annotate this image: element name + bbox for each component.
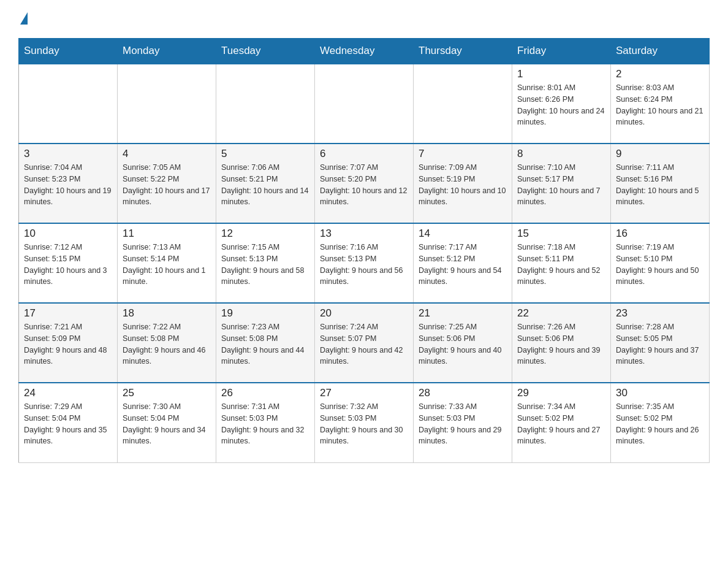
calendar-cell: 23Sunrise: 7:28 AMSunset: 5:05 PMDayligh… [611, 303, 710, 383]
calendar-cell: 1Sunrise: 8:01 AMSunset: 6:26 PMDaylight… [512, 64, 611, 144]
weekday-header-saturday: Saturday [611, 39, 710, 64]
day-number: 12 [221, 228, 309, 240]
day-number: 23 [616, 307, 704, 320]
day-info: Sunrise: 7:15 AMSunset: 5:13 PMDaylight:… [221, 242, 309, 288]
week-row-5: 24Sunrise: 7:29 AMSunset: 5:04 PMDayligh… [19, 383, 710, 462]
day-number: 30 [616, 387, 704, 399]
day-number: 19 [221, 307, 309, 320]
day-info: Sunrise: 7:04 AMSunset: 5:23 PMDaylight:… [24, 162, 112, 208]
week-row-2: 3Sunrise: 7:04 AMSunset: 5:23 PMDaylight… [19, 144, 710, 223]
day-number: 2 [616, 68, 704, 80]
day-info: Sunrise: 7:18 AMSunset: 5:11 PMDaylight:… [517, 242, 605, 288]
calendar-cell: 16Sunrise: 7:19 AMSunset: 5:10 PMDayligh… [611, 223, 710, 303]
calendar-cell: 2Sunrise: 8:03 AMSunset: 6:24 PMDaylight… [611, 64, 710, 144]
day-number: 7 [419, 148, 507, 160]
calendar-cell [216, 64, 315, 144]
calendar-table: SundayMondayTuesdayWednesdayThursdayFrid… [18, 38, 710, 463]
calendar-cell: 28Sunrise: 7:33 AMSunset: 5:03 PMDayligh… [414, 383, 512, 462]
day-info: Sunrise: 7:23 AMSunset: 5:08 PMDaylight:… [221, 321, 309, 367]
day-info: Sunrise: 7:32 AMSunset: 5:03 PMDaylight:… [320, 401, 408, 447]
calendar-cell: 11Sunrise: 7:13 AMSunset: 5:14 PMDayligh… [118, 223, 216, 303]
day-info: Sunrise: 7:25 AMSunset: 5:06 PMDaylight:… [419, 321, 507, 367]
weekday-header-thursday: Thursday [414, 39, 512, 64]
day-info: Sunrise: 7:21 AMSunset: 5:09 PMDaylight:… [24, 321, 112, 367]
logo-triangle-icon [20, 12, 28, 25]
day-info: Sunrise: 7:26 AMSunset: 5:06 PMDaylight:… [517, 321, 605, 367]
calendar-cell: 10Sunrise: 7:12 AMSunset: 5:15 PMDayligh… [19, 223, 118, 303]
weekday-header-friday: Friday [512, 39, 611, 64]
day-number: 28 [419, 387, 507, 399]
week-row-1: 1Sunrise: 8:01 AMSunset: 6:26 PMDaylight… [19, 64, 710, 144]
weekday-header-monday: Monday [118, 39, 216, 64]
calendar-cell: 15Sunrise: 7:18 AMSunset: 5:11 PMDayligh… [512, 223, 611, 303]
day-info: Sunrise: 7:34 AMSunset: 5:02 PMDaylight:… [517, 401, 605, 447]
day-info: Sunrise: 7:07 AMSunset: 5:20 PMDaylight:… [320, 162, 408, 208]
day-number: 8 [517, 148, 605, 160]
calendar-cell: 29Sunrise: 7:34 AMSunset: 5:02 PMDayligh… [512, 383, 611, 462]
day-number: 14 [419, 228, 507, 240]
day-info: Sunrise: 7:10 AMSunset: 5:17 PMDaylight:… [517, 162, 605, 208]
calendar-cell: 3Sunrise: 7:04 AMSunset: 5:23 PMDaylight… [19, 144, 118, 223]
week-row-3: 10Sunrise: 7:12 AMSunset: 5:15 PMDayligh… [19, 223, 710, 303]
day-number: 21 [419, 307, 507, 320]
calendar-cell: 18Sunrise: 7:22 AMSunset: 5:08 PMDayligh… [118, 303, 216, 383]
day-number: 22 [517, 307, 605, 320]
calendar-cell: 14Sunrise: 7:17 AMSunset: 5:12 PMDayligh… [414, 223, 512, 303]
calendar-cell: 19Sunrise: 7:23 AMSunset: 5:08 PMDayligh… [216, 303, 315, 383]
calendar-cell: 12Sunrise: 7:15 AMSunset: 5:13 PMDayligh… [216, 223, 315, 303]
day-number: 6 [320, 148, 408, 160]
day-info: Sunrise: 7:17 AMSunset: 5:12 PMDaylight:… [419, 242, 507, 288]
calendar-cell: 4Sunrise: 7:05 AMSunset: 5:22 PMDaylight… [118, 144, 216, 223]
day-number: 18 [123, 307, 211, 320]
day-number: 29 [517, 387, 605, 399]
calendar-cell [19, 64, 118, 144]
day-info: Sunrise: 7:11 AMSunset: 5:16 PMDaylight:… [616, 162, 704, 208]
weekday-header-tuesday: Tuesday [216, 39, 315, 64]
weekday-header-row: SundayMondayTuesdayWednesdayThursdayFrid… [19, 39, 710, 64]
day-info: Sunrise: 8:01 AMSunset: 6:26 PMDaylight:… [517, 82, 605, 128]
week-row-4: 17Sunrise: 7:21 AMSunset: 5:09 PMDayligh… [19, 303, 710, 383]
day-number: 27 [320, 387, 408, 399]
day-number: 15 [517, 228, 605, 240]
day-info: Sunrise: 7:24 AMSunset: 5:07 PMDaylight:… [320, 321, 408, 367]
day-number: 10 [24, 228, 112, 240]
day-number: 9 [616, 148, 704, 160]
day-number: 5 [221, 148, 309, 160]
day-number: 26 [221, 387, 309, 399]
calendar-cell: 9Sunrise: 7:11 AMSunset: 5:16 PMDaylight… [611, 144, 710, 223]
day-info: Sunrise: 7:33 AMSunset: 5:03 PMDaylight:… [419, 401, 507, 447]
calendar-cell: 17Sunrise: 7:21 AMSunset: 5:09 PMDayligh… [19, 303, 118, 383]
weekday-header-wednesday: Wednesday [315, 39, 414, 64]
day-number: 13 [320, 228, 408, 240]
day-info: Sunrise: 7:30 AMSunset: 5:04 PMDaylight:… [123, 401, 211, 447]
calendar-cell: 24Sunrise: 7:29 AMSunset: 5:04 PMDayligh… [19, 383, 118, 462]
calendar-cell: 20Sunrise: 7:24 AMSunset: 5:07 PMDayligh… [315, 303, 414, 383]
day-number: 24 [24, 387, 112, 399]
day-info: Sunrise: 7:13 AMSunset: 5:14 PMDaylight:… [123, 242, 211, 288]
calendar-cell: 22Sunrise: 7:26 AMSunset: 5:06 PMDayligh… [512, 303, 611, 383]
calendar-cell: 13Sunrise: 7:16 AMSunset: 5:13 PMDayligh… [315, 223, 414, 303]
day-number: 1 [517, 68, 605, 80]
calendar-cell [414, 64, 512, 144]
day-number: 4 [123, 148, 211, 160]
weekday-header-sunday: Sunday [19, 39, 118, 64]
day-info: Sunrise: 7:22 AMSunset: 5:08 PMDaylight:… [123, 321, 211, 367]
day-info: Sunrise: 7:16 AMSunset: 5:13 PMDaylight:… [320, 242, 408, 288]
day-info: Sunrise: 7:35 AMSunset: 5:02 PMDaylight:… [616, 401, 704, 447]
day-info: Sunrise: 7:29 AMSunset: 5:04 PMDaylight:… [24, 401, 112, 447]
calendar-cell: 30Sunrise: 7:35 AMSunset: 5:02 PMDayligh… [611, 383, 710, 462]
day-info: Sunrise: 7:09 AMSunset: 5:19 PMDaylight:… [419, 162, 507, 208]
day-info: Sunrise: 7:19 AMSunset: 5:10 PMDaylight:… [616, 242, 704, 288]
calendar-cell: 21Sunrise: 7:25 AMSunset: 5:06 PMDayligh… [414, 303, 512, 383]
day-info: Sunrise: 8:03 AMSunset: 6:24 PMDaylight:… [616, 82, 704, 128]
day-info: Sunrise: 7:31 AMSunset: 5:03 PMDaylight:… [221, 401, 309, 447]
day-number: 16 [616, 228, 704, 240]
day-info: Sunrise: 7:28 AMSunset: 5:05 PMDaylight:… [616, 321, 704, 367]
calendar-cell: 7Sunrise: 7:09 AMSunset: 5:19 PMDaylight… [414, 144, 512, 223]
day-number: 20 [320, 307, 408, 320]
calendar-cell: 6Sunrise: 7:07 AMSunset: 5:20 PMDaylight… [315, 144, 414, 223]
calendar-cell: 26Sunrise: 7:31 AMSunset: 5:03 PMDayligh… [216, 383, 315, 462]
day-info: Sunrise: 7:05 AMSunset: 5:22 PMDaylight:… [123, 162, 211, 208]
day-number: 3 [24, 148, 112, 160]
calendar-cell: 5Sunrise: 7:06 AMSunset: 5:21 PMDaylight… [216, 144, 315, 223]
